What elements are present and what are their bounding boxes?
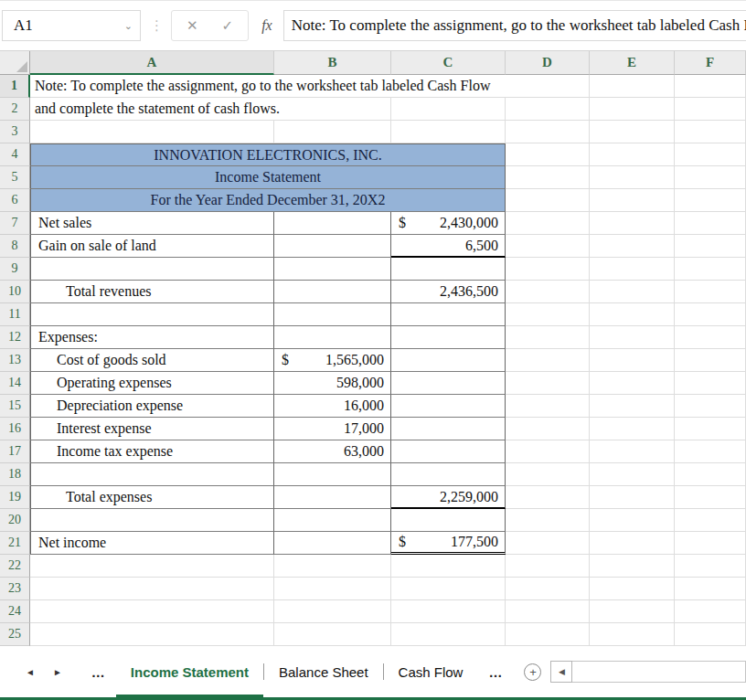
cell-A6[interactable]: For the Year Ended December 31, 20X2 bbox=[30, 189, 506, 212]
cell-B9[interactable] bbox=[274, 258, 391, 281]
cell-E19[interactable] bbox=[590, 486, 675, 509]
cell-F18[interactable] bbox=[675, 463, 746, 486]
cell-E24[interactable] bbox=[590, 600, 675, 623]
cell-F4[interactable] bbox=[675, 143, 746, 166]
row-header-13[interactable]: 13 bbox=[0, 349, 30, 372]
cell-C16[interactable] bbox=[391, 418, 506, 440]
row-header-18[interactable]: 18 bbox=[0, 463, 30, 486]
cell-F3[interactable] bbox=[675, 121, 746, 143]
enter-icon[interactable]: ✓ bbox=[222, 17, 234, 34]
cell-D6[interactable] bbox=[506, 189, 590, 212]
new-sheet-button[interactable]: + bbox=[524, 663, 541, 681]
cell-E20[interactable] bbox=[590, 509, 675, 532]
cell-A15[interactable]: Depreciation expense bbox=[30, 395, 274, 418]
row-header-25[interactable]: 25 bbox=[0, 623, 30, 646]
cell-A21[interactable]: Net income bbox=[30, 532, 274, 555]
cell-A14[interactable]: Operating expenses bbox=[30, 372, 274, 395]
insert-function-icon[interactable]: fx bbox=[261, 17, 272, 34]
cell-A9[interactable] bbox=[30, 258, 274, 281]
cell-B14[interactable]: 598,000 bbox=[274, 372, 391, 395]
cell-F6[interactable] bbox=[675, 189, 746, 212]
cell-C11[interactable] bbox=[391, 303, 506, 326]
chevron-down-icon[interactable]: ⌄ bbox=[124, 20, 133, 32]
column-header-E[interactable]: E bbox=[590, 51, 675, 75]
cell-B25[interactable] bbox=[274, 623, 391, 646]
row-header-14[interactable]: 14 bbox=[0, 372, 30, 395]
row-header-12[interactable]: 12 bbox=[0, 326, 30, 349]
cell-F16[interactable] bbox=[675, 418, 746, 440]
cell-D3[interactable] bbox=[506, 121, 590, 143]
column-header-B[interactable]: B bbox=[274, 51, 391, 75]
cell-A24[interactable] bbox=[30, 600, 274, 623]
cell-F20[interactable] bbox=[675, 509, 746, 532]
cell-F19[interactable] bbox=[675, 486, 746, 509]
cell-F10[interactable] bbox=[675, 281, 746, 303]
cell-A23[interactable] bbox=[30, 578, 274, 600]
cell-A18[interactable] bbox=[30, 463, 274, 486]
cell-F2[interactable] bbox=[675, 98, 746, 121]
cell-E18[interactable] bbox=[590, 463, 675, 486]
cell-E11[interactable] bbox=[590, 303, 675, 326]
select-all-button[interactable] bbox=[0, 51, 30, 75]
cell-E12[interactable] bbox=[590, 326, 675, 349]
cell-D24[interactable] bbox=[506, 600, 590, 623]
cell-C23[interactable] bbox=[391, 578, 506, 600]
cell-C19[interactable]: 2,259,000 bbox=[391, 486, 506, 509]
row-header-8[interactable]: 8 bbox=[0, 235, 30, 258]
cell-E5[interactable] bbox=[590, 166, 675, 189]
row-header-11[interactable]: 11 bbox=[0, 303, 30, 326]
cell-F11[interactable] bbox=[675, 303, 746, 326]
cell-B10[interactable] bbox=[274, 281, 391, 303]
cell-D21[interactable] bbox=[506, 532, 590, 555]
cell-C2[interactable] bbox=[391, 98, 506, 121]
row-header-23[interactable]: 23 bbox=[0, 578, 30, 600]
cell-E8[interactable] bbox=[590, 235, 675, 258]
row-header-17[interactable]: 17 bbox=[0, 440, 30, 463]
cell-E9[interactable] bbox=[590, 258, 675, 281]
row-header-20[interactable]: 20 bbox=[0, 509, 30, 532]
row-header-1[interactable]: 1 bbox=[0, 75, 30, 98]
column-header-A[interactable]: A bbox=[30, 51, 274, 75]
cell-E22[interactable] bbox=[590, 555, 675, 578]
cell-F13[interactable] bbox=[675, 349, 746, 372]
sheet-nav-left-icon[interactable]: ◄ bbox=[26, 667, 35, 677]
cell-D5[interactable] bbox=[506, 166, 590, 189]
cell-D19[interactable] bbox=[506, 486, 590, 509]
column-header-F[interactable]: F bbox=[675, 51, 746, 75]
cell-D20[interactable] bbox=[506, 509, 590, 532]
cell-A25[interactable] bbox=[30, 623, 274, 646]
cell-F24[interactable] bbox=[675, 600, 746, 623]
horizontal-scrollbar[interactable]: ◀ bbox=[550, 661, 746, 683]
cell-B11[interactable] bbox=[274, 303, 391, 326]
cell-B8[interactable] bbox=[274, 235, 391, 258]
cell-B21[interactable] bbox=[274, 532, 391, 555]
cell-B7[interactable] bbox=[274, 212, 391, 235]
cell-D23[interactable] bbox=[506, 578, 590, 600]
scrollbar-track[interactable] bbox=[572, 661, 746, 683]
cell-E2[interactable] bbox=[590, 98, 675, 121]
cell-F25[interactable] bbox=[675, 623, 746, 646]
cell-F9[interactable] bbox=[675, 258, 746, 281]
cell-A2[interactable]: and complete the statement of cash flows… bbox=[30, 98, 391, 121]
cell-A16[interactable]: Interest expense bbox=[30, 418, 274, 440]
cell-B20[interactable] bbox=[274, 509, 391, 532]
cell-F5[interactable] bbox=[675, 166, 746, 189]
column-header-D[interactable]: D bbox=[506, 51, 590, 75]
column-header-C[interactable]: C bbox=[391, 51, 506, 75]
cell-E17[interactable] bbox=[590, 440, 675, 463]
cell-E15[interactable] bbox=[590, 395, 675, 418]
tab-overflow-left[interactable]: … bbox=[91, 664, 105, 680]
cell-E6[interactable] bbox=[590, 189, 675, 212]
cell-A13[interactable]: Cost of goods sold bbox=[30, 349, 274, 372]
cell-E16[interactable] bbox=[590, 418, 675, 440]
cell-C8[interactable]: 6,500 bbox=[391, 235, 506, 258]
cell-F12[interactable] bbox=[675, 326, 746, 349]
cell-F1[interactable] bbox=[675, 75, 746, 98]
cell-B19[interactable] bbox=[274, 486, 391, 509]
cell-A22[interactable] bbox=[30, 555, 274, 578]
scroll-left-icon[interactable]: ◀ bbox=[550, 661, 572, 683]
cell-F7[interactable] bbox=[675, 212, 746, 235]
cell-A20[interactable] bbox=[30, 509, 274, 532]
cell-A10[interactable]: Total revenues bbox=[30, 281, 274, 303]
cell-A12[interactable]: Expenses: bbox=[30, 326, 274, 349]
